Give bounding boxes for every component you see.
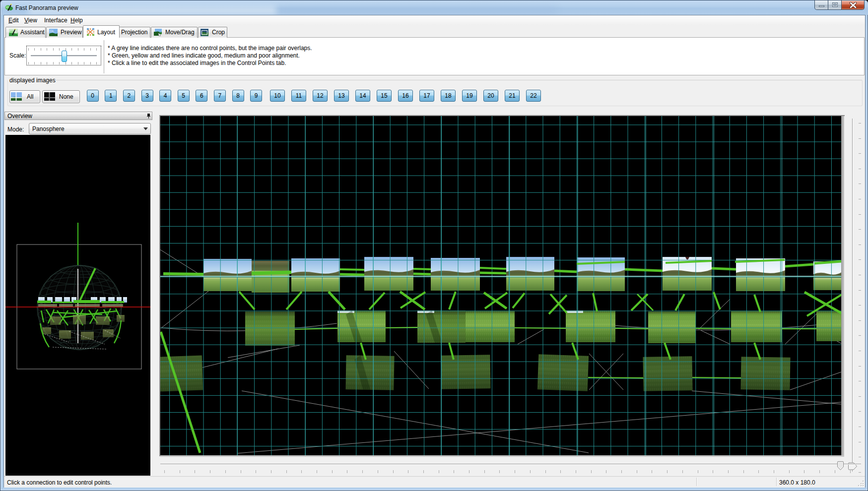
svg-text:GL: GL: [50, 29, 54, 33]
